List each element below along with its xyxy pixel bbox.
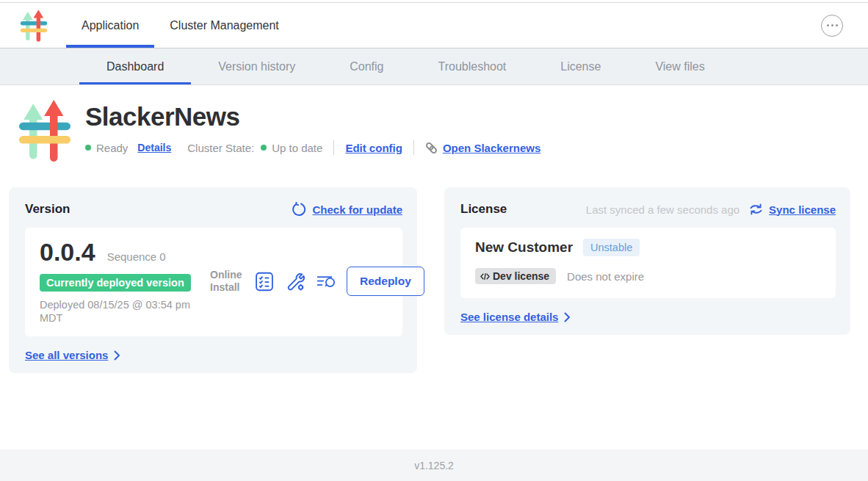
chevron-right-icon	[564, 312, 571, 322]
license-type-label: Dev license	[493, 270, 549, 282]
arrows-hash-logo-icon-large	[16, 100, 73, 162]
ellipsis-icon	[827, 24, 829, 26]
edit-config-link[interactable]: Edit config	[345, 142, 402, 154]
version-card: Version Check for update 0.0.4 Sequence …	[9, 187, 417, 373]
open-app-link[interactable]: Open Slackernews	[425, 142, 540, 154]
license-panel: New Customer Unstable Dev license Does n…	[460, 228, 836, 298]
app-icon	[16, 100, 73, 162]
version-card-title: Version	[25, 202, 70, 217]
sync-license-link[interactable]: Sync license	[749, 203, 836, 216]
page-title: SlackerNews	[85, 102, 540, 131]
sync-license-label: Sync license	[769, 203, 836, 216]
app-footer: v1.125.2	[0, 449, 868, 481]
preflight-checks-icon[interactable]	[254, 271, 275, 292]
see-license-details-link[interactable]: See license details	[460, 311, 836, 323]
tab-application[interactable]: Application	[66, 3, 154, 48]
channel-badge: Unstable	[583, 239, 640, 256]
tab-application-label: Application	[82, 19, 139, 32]
see-license-details-label: See license details	[460, 311, 558, 323]
current-version-panel: 0.0.4 Sequence 0 Currently deployed vers…	[25, 228, 402, 336]
license-card-title: License	[460, 202, 507, 217]
license-type-badge: Dev license	[475, 268, 556, 284]
code-icon	[480, 272, 491, 281]
subnav-tab-license[interactable]: License	[533, 48, 628, 84]
subnav-tab-config[interactable]: Config	[322, 48, 411, 84]
console-version: v1.125.2	[414, 460, 454, 471]
cluster-state-label: Cluster State:	[187, 142, 254, 154]
see-all-versions-link[interactable]: See all versions	[25, 349, 402, 361]
arrows-hash-logo-icon	[19, 10, 48, 42]
version-number: 0.0.4	[40, 238, 95, 267]
open-app-label: Open Slackernews	[443, 142, 540, 154]
cluster-state-value: Up to date	[272, 142, 322, 154]
main-tabs: Application Cluster Management	[66, 3, 294, 48]
app-status-text: Ready	[96, 142, 128, 154]
sync-arrows-icon	[749, 203, 763, 216]
deployed-badge: Currently deployed version	[40, 274, 191, 292]
divider	[333, 140, 334, 155]
license-card: License Last synced a few seconds ago Sy…	[444, 187, 850, 335]
check-for-update-link[interactable]: Check for update	[292, 202, 402, 217]
subnav-version-history-label: Version history	[218, 60, 295, 73]
subnav-dashboard-label: Dashboard	[106, 60, 164, 73]
redeploy-button[interactable]: Redeploy	[347, 267, 424, 296]
deploy-logs-icon[interactable]	[316, 271, 336, 292]
app-status-row: Ready Details Cluster State: Up to date …	[85, 140, 540, 155]
deployed-timestamp: Deployed 08/15/25 @ 03:54 pm MDT	[40, 298, 190, 325]
subnav-troubleshoot-label: Troubleshoot	[438, 60, 506, 73]
check-for-update-label: Check for update	[312, 203, 402, 216]
app-subnav: Dashboard Version history Config Trouble…	[0, 48, 868, 85]
subnav-license-label: License	[560, 60, 601, 73]
subnav-tab-troubleshoot[interactable]: Troubleshoot	[411, 48, 533, 84]
chain-link-icon	[425, 142, 438, 154]
details-link[interactable]: Details	[137, 142, 171, 153]
tab-cluster-management-label: Cluster Management	[170, 19, 279, 32]
divider	[413, 140, 414, 155]
chevron-right-icon	[114, 350, 120, 361]
overflow-menu-button[interactable]	[821, 15, 843, 37]
admin-console-screen: Application Cluster Management Dashboard…	[0, 0, 868, 481]
app-header: SlackerNews Ready Details Cluster State:…	[0, 85, 868, 162]
subnav-tab-dashboard[interactable]: Dashboard	[79, 48, 191, 84]
subnav-view-files-label: View files	[655, 60, 704, 73]
dashboard-cards: Version Check for update 0.0.4 Sequence …	[9, 187, 850, 373]
subnav-tab-version-history[interactable]: Version history	[191, 48, 322, 84]
last-synced-text: Last synced a few seconds ago	[586, 203, 739, 216]
install-type-label: Online Install	[210, 269, 244, 294]
refresh-icon	[292, 202, 306, 217]
see-all-versions-label: See all versions	[25, 349, 108, 361]
view-config-icon[interactable]	[285, 271, 305, 292]
main-header: Application Cluster Management	[0, 3, 868, 48]
subnav-tab-view-files[interactable]: View files	[628, 48, 731, 84]
brand-logo[interactable]	[19, 10, 48, 42]
sequence-label: Sequence 0	[107, 250, 166, 263]
license-expiration: Does not expire	[567, 270, 644, 283]
customer-name: New Customer	[475, 239, 573, 256]
app-status-dot	[85, 145, 91, 151]
tab-cluster-management[interactable]: Cluster Management	[154, 3, 294, 48]
subnav-config-label: Config	[350, 60, 383, 73]
cluster-state-dot	[261, 145, 267, 151]
